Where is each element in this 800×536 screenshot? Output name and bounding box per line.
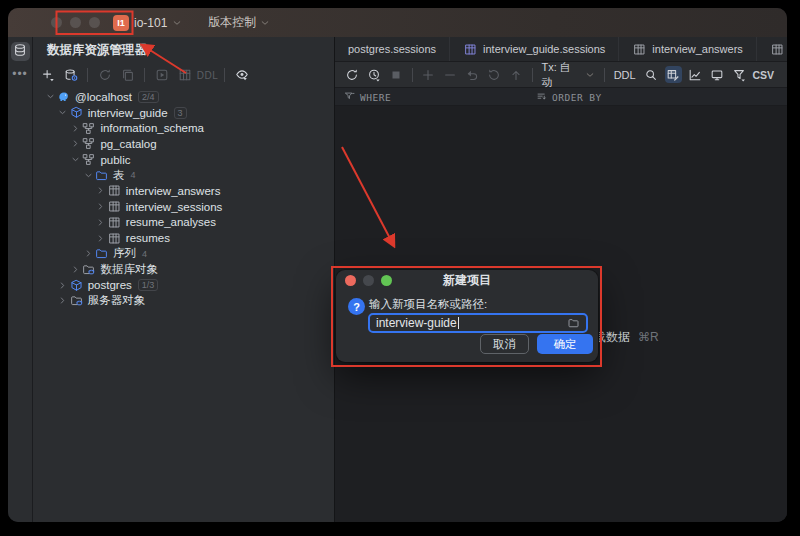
tree-item-resume-analyses[interactable]: resume_analyses [33,215,334,231]
color-settings-button[interactable] [730,66,747,83]
tree-item-label: 服务器对象 [88,293,146,308]
ddl-button[interactable]: DDL [199,67,216,84]
table-icon [107,232,122,245]
chevron-down-icon [260,18,270,28]
refresh-button[interactable] [96,67,113,84]
tree-item-interview-sessions[interactable]: interview_sessions [33,199,334,215]
tree-chevron-icon[interactable] [69,265,81,274]
tree-item-服务器对象[interactable]: 服务器对象 [33,293,334,309]
tree-item-表[interactable]: 表4 [33,167,334,183]
tree-item-序列[interactable]: 序列4 [33,246,334,262]
csv-format-button[interactable]: CSV [752,69,778,81]
reload-data-button[interactable] [344,66,361,83]
order-by-filter[interactable]: ORDER BY [536,88,602,106]
tree-chevron-icon[interactable] [57,296,69,305]
add-datasource-button[interactable] [39,67,56,84]
tree-chevron-icon[interactable] [95,202,107,211]
filter-icon [344,91,355,104]
minimize-window-button[interactable] [70,17,81,28]
result-view-button[interactable] [708,66,725,83]
delete-row-button[interactable] [442,66,459,83]
project-name: io-101 [134,16,167,30]
close-window-button[interactable] [51,17,62,28]
browse-folder-icon[interactable] [567,317,580,329]
tab-interview-guide-sessions[interactable]: interview_guide.sessions [450,37,619,61]
duplicate-button[interactable] [119,67,136,84]
vcs-label: 版本控制 [208,14,256,31]
ok-button[interactable]: 确定 [537,334,593,354]
table-icon [107,184,122,197]
folder-icon [94,169,109,182]
tree-chevron-icon[interactable] [95,218,107,227]
tree-item-interview-guide[interactable]: interview_guide3 [33,105,334,121]
tree-chevron-icon[interactable] [44,92,56,101]
filter-row: WHERE ORDER BY [335,88,787,106]
project-name-input[interactable]: interview-guide [368,313,588,333]
help-icon: ? [348,298,365,315]
tx-mode-selector[interactable]: Tx: 自动 [540,60,597,90]
tree-chevron-icon[interactable] [69,139,81,148]
tree-chevron-icon[interactable] [69,124,81,133]
data-toolbar: Tx: 自动 DDL CSV [335,62,787,88]
tree-chevron-icon[interactable] [82,171,94,180]
vcs-menu[interactable]: 版本控制 [208,14,270,31]
explorer-toolbar: DDL [33,63,334,87]
more-tool-windows-button[interactable]: ••• [12,67,28,81]
tree-item-pg-catalog[interactable]: pg_catalog [33,136,334,152]
tab-postgres-sessions[interactable]: postgres.sessions [335,37,450,61]
tree-chevron-icon[interactable] [95,186,107,195]
tree-item-postgres[interactable]: postgres1/3 [33,277,334,293]
database-tool-window-button[interactable] [11,42,30,61]
tab-resumes[interactable]: resumes [757,37,787,61]
open-table-button[interactable] [176,67,193,84]
tree-chevron-icon[interactable] [57,108,69,117]
database-icon [69,279,84,292]
tree-chevron-icon[interactable] [95,234,107,243]
add-row-button[interactable] [420,66,437,83]
where-filter[interactable]: WHERE [344,88,391,106]
view-options-button[interactable] [233,67,250,84]
table-icon [107,216,122,229]
table-icon [632,43,647,56]
tree-item-label: 数据库对象 [100,262,158,277]
tree-item-label: 序列 [113,246,136,261]
rollback-button[interactable] [486,66,503,83]
dialog-prompt: 输入新项目名称或路径: [369,297,487,312]
tree-chevron-icon[interactable] [82,249,94,258]
stop-button[interactable] [388,66,405,83]
tree-item-label: resume_analyses [126,216,216,228]
tree-item-interview-answers[interactable]: interview_answers [33,183,334,199]
tree-item-information-schema[interactable]: information_schema [33,120,334,136]
zoom-window-button[interactable] [89,17,100,28]
editor-tabbar: postgres.sessionsinterview_guide.session… [335,37,787,62]
tree-item-label: 表 [113,168,125,183]
cancel-button[interactable]: 取消 [480,334,529,354]
tree-item-badge: 1/3 [138,279,159,291]
database-tree: @localhost2/4interview_guide3information… [33,87,334,522]
submit-button[interactable] [508,66,525,83]
tree-item-localhost[interactable]: @localhost2/4 [33,89,334,105]
tree-chevron-icon[interactable] [57,281,69,290]
ddl-button[interactable]: DDL [612,69,638,81]
tab-interview-answers[interactable]: interview_answers [619,37,756,61]
chart-view-button[interactable] [687,66,704,83]
table-icon [107,200,122,213]
tree-item-public[interactable]: public [33,152,334,168]
tree-item-badge: 4 [131,170,136,180]
datasource-settings-button[interactable] [62,67,79,84]
tree-item-badge: 4 [142,249,147,259]
new-project-dialog: 新建项目 ? 输入新项目名称或路径: interview-guide 取消 确定 [336,270,598,362]
search-icon[interactable] [643,66,660,83]
divider [87,68,88,82]
tree-item-数据库对象[interactable]: 数据库对象 [33,262,334,278]
jump-to-console-button[interactable] [153,67,170,84]
dialog-title: 新建项目 [336,272,598,289]
project-selector[interactable]: I1 io-101 [113,15,182,31]
postgres-icon [56,90,71,103]
tree-chevron-icon[interactable] [69,155,81,164]
edit-data-button[interactable] [665,66,682,83]
tree-item-label: resumes [126,232,170,244]
tree-item-resumes[interactable]: resumes [33,230,334,246]
history-button[interactable] [366,66,383,83]
revert-button[interactable] [464,66,481,83]
